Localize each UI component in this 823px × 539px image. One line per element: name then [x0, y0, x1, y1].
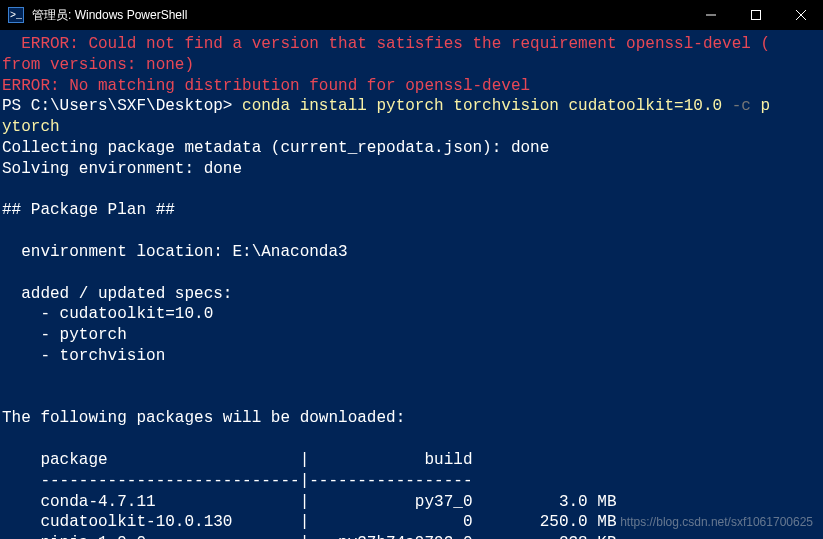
error-line-1: ERROR: Could not find a version that sat… — [2, 35, 770, 53]
watermark: https://blog.csdn.net/sxf1061700625 — [620, 515, 813, 529]
terminal-content[interactable]: ERROR: Could not find a version that sat… — [0, 30, 823, 539]
package-row-3: ninja-1.9.0 | py37h74a9793_0 238 KB — [2, 534, 617, 539]
command-wrap: ytorch — [2, 118, 60, 136]
powershell-icon: >_ — [8, 7, 24, 23]
maximize-icon — [751, 10, 761, 20]
package-table-header: package | build — [2, 451, 472, 469]
error-line-3: ERROR: No matching distribution found fo… — [2, 77, 530, 95]
close-button[interactable] — [778, 0, 823, 30]
spec-2: - pytorch — [2, 326, 127, 344]
output-solving: Solving environment: done — [2, 160, 242, 178]
svg-rect-1 — [751, 11, 760, 20]
minimize-icon — [706, 10, 716, 20]
package-table-divider: ---------------------------|------------… — [2, 472, 472, 490]
package-row-2: cudatoolkit-10.0.130 | 0 250.0 MB — [2, 513, 617, 531]
spec-3: - torchvision — [2, 347, 165, 365]
spec-1: - cudatoolkit=10.0 — [2, 305, 213, 323]
command-part-2: p — [751, 97, 770, 115]
command-flag: -c — [732, 97, 751, 115]
command-part-1: conda install pytorch torchvision cudato… — [232, 97, 731, 115]
specs-header: added / updated specs: — [2, 285, 232, 303]
minimize-button[interactable] — [688, 0, 733, 30]
titlebar-left: >_ 管理员: Windows PowerShell — [0, 7, 187, 24]
titlebar: >_ 管理员: Windows PowerShell — [0, 0, 823, 30]
error-line-2: from versions: none) — [2, 56, 194, 74]
package-plan-header: ## Package Plan ## — [2, 201, 175, 219]
package-row-1: conda-4.7.11 | py37_0 3.0 MB — [2, 493, 617, 511]
environment-location: environment location: E:\Anaconda3 — [2, 243, 348, 261]
download-header: The following packages will be downloade… — [2, 409, 405, 427]
output-collecting: Collecting package metadata (current_rep… — [2, 139, 549, 157]
maximize-button[interactable] — [733, 0, 778, 30]
prompt: PS C:\Users\SXF\Desktop> — [2, 97, 232, 115]
window-title: 管理员: Windows PowerShell — [32, 7, 187, 24]
window-controls — [688, 0, 823, 30]
close-icon — [796, 10, 806, 20]
